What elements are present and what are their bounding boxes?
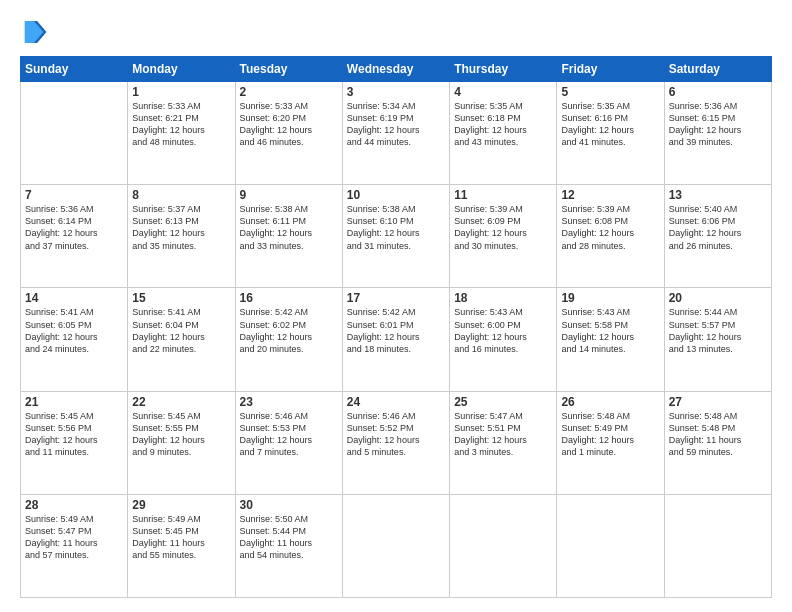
calendar-week-row: 21Sunrise: 5:45 AMSunset: 5:56 PMDayligh… <box>21 391 772 494</box>
day-info: Sunrise: 5:41 AMSunset: 6:05 PMDaylight:… <box>25 306 123 355</box>
day-number: 5 <box>561 85 659 99</box>
logo-icon <box>20 18 48 46</box>
day-info: Sunrise: 5:35 AMSunset: 6:18 PMDaylight:… <box>454 100 552 149</box>
calendar-cell: 16Sunrise: 5:42 AMSunset: 6:02 PMDayligh… <box>235 288 342 391</box>
calendar-cell: 21Sunrise: 5:45 AMSunset: 5:56 PMDayligh… <box>21 391 128 494</box>
day-info: Sunrise: 5:33 AMSunset: 6:21 PMDaylight:… <box>132 100 230 149</box>
calendar-cell: 29Sunrise: 5:49 AMSunset: 5:45 PMDayligh… <box>128 494 235 597</box>
day-info: Sunrise: 5:42 AMSunset: 6:01 PMDaylight:… <box>347 306 445 355</box>
calendar-cell: 25Sunrise: 5:47 AMSunset: 5:51 PMDayligh… <box>450 391 557 494</box>
day-number: 2 <box>240 85 338 99</box>
day-info: Sunrise: 5:45 AMSunset: 5:56 PMDaylight:… <box>25 410 123 459</box>
day-info: Sunrise: 5:49 AMSunset: 5:47 PMDaylight:… <box>25 513 123 562</box>
page: SundayMondayTuesdayWednesdayThursdayFrid… <box>0 0 792 612</box>
col-header-saturday: Saturday <box>664 57 771 82</box>
day-info: Sunrise: 5:37 AMSunset: 6:13 PMDaylight:… <box>132 203 230 252</box>
day-info: Sunrise: 5:36 AMSunset: 6:14 PMDaylight:… <box>25 203 123 252</box>
day-number: 13 <box>669 188 767 202</box>
col-header-sunday: Sunday <box>21 57 128 82</box>
col-header-friday: Friday <box>557 57 664 82</box>
day-info: Sunrise: 5:46 AMSunset: 5:52 PMDaylight:… <box>347 410 445 459</box>
day-number: 28 <box>25 498 123 512</box>
svg-marker-1 <box>25 21 44 43</box>
logo <box>20 18 52 46</box>
day-number: 23 <box>240 395 338 409</box>
calendar-cell: 28Sunrise: 5:49 AMSunset: 5:47 PMDayligh… <box>21 494 128 597</box>
day-number: 30 <box>240 498 338 512</box>
day-info: Sunrise: 5:44 AMSunset: 5:57 PMDaylight:… <box>669 306 767 355</box>
day-number: 3 <box>347 85 445 99</box>
day-number: 17 <box>347 291 445 305</box>
calendar-cell: 1Sunrise: 5:33 AMSunset: 6:21 PMDaylight… <box>128 82 235 185</box>
day-number: 1 <box>132 85 230 99</box>
day-number: 16 <box>240 291 338 305</box>
calendar-cell: 5Sunrise: 5:35 AMSunset: 6:16 PMDaylight… <box>557 82 664 185</box>
day-number: 6 <box>669 85 767 99</box>
day-info: Sunrise: 5:48 AMSunset: 5:48 PMDaylight:… <box>669 410 767 459</box>
calendar-cell: 13Sunrise: 5:40 AMSunset: 6:06 PMDayligh… <box>664 185 771 288</box>
day-info: Sunrise: 5:41 AMSunset: 6:04 PMDaylight:… <box>132 306 230 355</box>
calendar-cell: 10Sunrise: 5:38 AMSunset: 6:10 PMDayligh… <box>342 185 449 288</box>
day-number: 22 <box>132 395 230 409</box>
day-number: 29 <box>132 498 230 512</box>
calendar-cell: 22Sunrise: 5:45 AMSunset: 5:55 PMDayligh… <box>128 391 235 494</box>
calendar-week-row: 14Sunrise: 5:41 AMSunset: 6:05 PMDayligh… <box>21 288 772 391</box>
calendar-cell <box>342 494 449 597</box>
day-number: 24 <box>347 395 445 409</box>
calendar-cell: 4Sunrise: 5:35 AMSunset: 6:18 PMDaylight… <box>450 82 557 185</box>
calendar-cell <box>450 494 557 597</box>
day-number: 8 <box>132 188 230 202</box>
calendar-cell: 30Sunrise: 5:50 AMSunset: 5:44 PMDayligh… <box>235 494 342 597</box>
calendar-cell: 3Sunrise: 5:34 AMSunset: 6:19 PMDaylight… <box>342 82 449 185</box>
day-info: Sunrise: 5:40 AMSunset: 6:06 PMDaylight:… <box>669 203 767 252</box>
day-number: 27 <box>669 395 767 409</box>
day-info: Sunrise: 5:38 AMSunset: 6:10 PMDaylight:… <box>347 203 445 252</box>
day-info: Sunrise: 5:48 AMSunset: 5:49 PMDaylight:… <box>561 410 659 459</box>
calendar-cell: 7Sunrise: 5:36 AMSunset: 6:14 PMDaylight… <box>21 185 128 288</box>
col-header-wednesday: Wednesday <box>342 57 449 82</box>
day-number: 12 <box>561 188 659 202</box>
day-info: Sunrise: 5:43 AMSunset: 6:00 PMDaylight:… <box>454 306 552 355</box>
calendar-cell: 17Sunrise: 5:42 AMSunset: 6:01 PMDayligh… <box>342 288 449 391</box>
day-number: 14 <box>25 291 123 305</box>
day-number: 7 <box>25 188 123 202</box>
calendar-cell: 23Sunrise: 5:46 AMSunset: 5:53 PMDayligh… <box>235 391 342 494</box>
col-header-monday: Monday <box>128 57 235 82</box>
header <box>20 18 772 46</box>
day-info: Sunrise: 5:43 AMSunset: 5:58 PMDaylight:… <box>561 306 659 355</box>
day-number: 11 <box>454 188 552 202</box>
calendar-week-row: 7Sunrise: 5:36 AMSunset: 6:14 PMDaylight… <box>21 185 772 288</box>
day-info: Sunrise: 5:35 AMSunset: 6:16 PMDaylight:… <box>561 100 659 149</box>
calendar-cell: 19Sunrise: 5:43 AMSunset: 5:58 PMDayligh… <box>557 288 664 391</box>
calendar-cell: 11Sunrise: 5:39 AMSunset: 6:09 PMDayligh… <box>450 185 557 288</box>
calendar-cell: 18Sunrise: 5:43 AMSunset: 6:00 PMDayligh… <box>450 288 557 391</box>
day-number: 21 <box>25 395 123 409</box>
day-info: Sunrise: 5:49 AMSunset: 5:45 PMDaylight:… <box>132 513 230 562</box>
calendar-week-row: 1Sunrise: 5:33 AMSunset: 6:21 PMDaylight… <box>21 82 772 185</box>
calendar-cell <box>557 494 664 597</box>
day-number: 20 <box>669 291 767 305</box>
calendar-cell: 9Sunrise: 5:38 AMSunset: 6:11 PMDaylight… <box>235 185 342 288</box>
calendar-cell: 26Sunrise: 5:48 AMSunset: 5:49 PMDayligh… <box>557 391 664 494</box>
col-header-thursday: Thursday <box>450 57 557 82</box>
day-info: Sunrise: 5:38 AMSunset: 6:11 PMDaylight:… <box>240 203 338 252</box>
calendar-cell <box>664 494 771 597</box>
calendar-cell: 12Sunrise: 5:39 AMSunset: 6:08 PMDayligh… <box>557 185 664 288</box>
day-number: 15 <box>132 291 230 305</box>
col-header-tuesday: Tuesday <box>235 57 342 82</box>
day-info: Sunrise: 5:36 AMSunset: 6:15 PMDaylight:… <box>669 100 767 149</box>
day-info: Sunrise: 5:47 AMSunset: 5:51 PMDaylight:… <box>454 410 552 459</box>
day-info: Sunrise: 5:39 AMSunset: 6:09 PMDaylight:… <box>454 203 552 252</box>
day-info: Sunrise: 5:34 AMSunset: 6:19 PMDaylight:… <box>347 100 445 149</box>
calendar-cell: 15Sunrise: 5:41 AMSunset: 6:04 PMDayligh… <box>128 288 235 391</box>
day-number: 10 <box>347 188 445 202</box>
day-info: Sunrise: 5:39 AMSunset: 6:08 PMDaylight:… <box>561 203 659 252</box>
day-number: 18 <box>454 291 552 305</box>
calendar-table: SundayMondayTuesdayWednesdayThursdayFrid… <box>20 56 772 598</box>
day-info: Sunrise: 5:42 AMSunset: 6:02 PMDaylight:… <box>240 306 338 355</box>
day-number: 26 <box>561 395 659 409</box>
day-info: Sunrise: 5:46 AMSunset: 5:53 PMDaylight:… <box>240 410 338 459</box>
calendar-cell: 2Sunrise: 5:33 AMSunset: 6:20 PMDaylight… <box>235 82 342 185</box>
day-number: 4 <box>454 85 552 99</box>
calendar-header-row: SundayMondayTuesdayWednesdayThursdayFrid… <box>21 57 772 82</box>
